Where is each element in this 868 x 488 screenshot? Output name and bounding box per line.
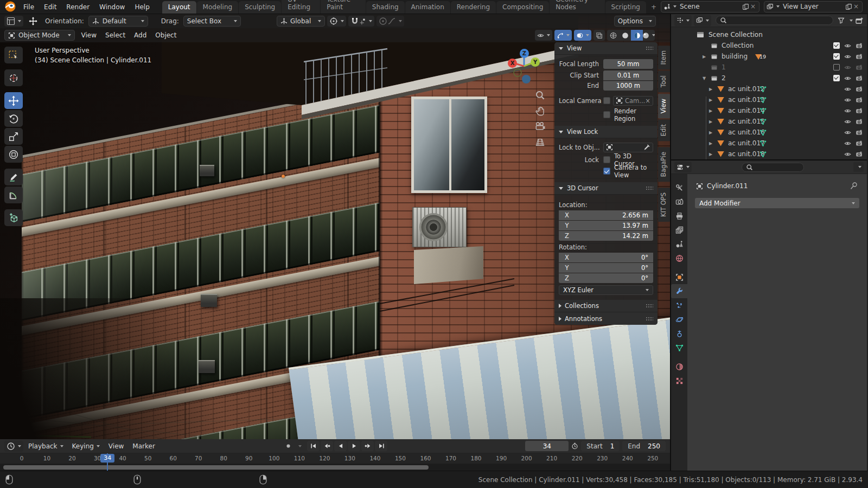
play-reverse-button[interactable]	[334, 441, 347, 451]
outliner-row[interactable]: ac unit.014	[671, 105, 867, 116]
cursor-rotation-field[interactable]: Y0°	[559, 263, 653, 273]
lock-to-3d-cursor-checkbox[interactable]	[603, 156, 610, 163]
camera-to-view-checkbox[interactable]	[603, 168, 610, 175]
local-camera-checkbox[interactable]	[603, 97, 610, 104]
outliner-root-row[interactable]: Scene Collection	[671, 29, 867, 40]
sidebar-tab[interactable]: View	[658, 94, 670, 118]
workspace-tab[interactable]: Compositing	[496, 1, 549, 14]
render-tab[interactable]	[671, 195, 687, 209]
frame-end-field[interactable]: End250	[622, 441, 666, 451]
disable-render-camera-icon[interactable]	[856, 53, 863, 60]
scale-tool[interactable]	[4, 128, 23, 145]
menubar-item[interactable]: Help	[130, 1, 154, 14]
xray-toggle[interactable]	[593, 30, 605, 41]
timeline-scrollbar[interactable]	[0, 464, 670, 471]
workspace-tab[interactable]: UV Editing	[282, 0, 320, 14]
sidebar-tab[interactable]: Tool	[658, 70, 670, 92]
jump-to-start-button[interactable]	[307, 441, 320, 451]
exclude-checkbox[interactable]	[833, 64, 840, 70]
expand-arrow-icon[interactable]	[709, 108, 717, 113]
world-tab[interactable]	[671, 251, 687, 265]
sidebar-tab[interactable]: Item	[658, 46, 670, 69]
perspective-toggle-icon[interactable]	[535, 137, 545, 147]
frame-start-field[interactable]: Start1	[581, 441, 620, 451]
local-camera-field[interactable]: Cam...×	[613, 96, 653, 106]
panel-grip[interactable]	[646, 46, 653, 50]
panel-grip[interactable]	[646, 304, 653, 308]
3d-viewport[interactable]: Orientation: Default Drag: Select Box Gl…	[0, 14, 670, 439]
scene-selector[interactable]: Scene ×	[661, 1, 760, 12]
panel-grip[interactable]	[646, 186, 653, 190]
cursor-location-field[interactable]: X2.656 m	[559, 210, 653, 220]
cursor-tool[interactable]	[4, 69, 23, 86]
gizmo-x-axis[interactable]: X	[508, 59, 517, 68]
disable-render-camera-icon[interactable]	[856, 64, 863, 71]
panel-grip[interactable]	[646, 317, 653, 321]
play-button[interactable]	[348, 441, 360, 451]
exclude-checkbox[interactable]	[833, 75, 840, 81]
transform-tool[interactable]	[4, 146, 23, 163]
hide-eye-icon[interactable]	[844, 86, 851, 93]
playback-menu[interactable]: Playback	[24, 442, 67, 450]
exclude-checkbox[interactable]	[833, 42, 840, 49]
physics-tab[interactable]	[671, 312, 687, 326]
outliner-row[interactable]: 2	[671, 73, 867, 84]
solid-shading-button[interactable]	[619, 30, 631, 41]
gizmos-toggle[interactable]	[554, 30, 572, 41]
viewport-menu-item[interactable]: Select	[101, 31, 130, 39]
proportional-editing-dropdown[interactable]	[376, 16, 404, 27]
outliner-row[interactable]: ac unit.012	[671, 84, 867, 94]
expand-arrow-icon[interactable]	[703, 76, 711, 81]
tool-tab[interactable]	[671, 181, 687, 195]
scene-tab[interactable]	[671, 237, 687, 251]
collections-panel-header[interactable]: Collections	[554, 300, 658, 312]
disable-render-camera-icon[interactable]	[856, 86, 863, 93]
new-view-layer-icon[interactable]	[845, 3, 852, 10]
expand-arrow-icon[interactable]	[709, 87, 717, 92]
properties-options-dropdown[interactable]	[853, 162, 864, 172]
menubar-item[interactable]: File	[18, 1, 39, 14]
disable-render-camera-icon[interactable]	[856, 118, 863, 125]
workspace-tab[interactable]: Scripting	[605, 1, 646, 14]
disable-render-camera-icon[interactable]	[856, 97, 863, 104]
3d-cursor-panel-header[interactable]: 3D Cursor	[554, 182, 658, 195]
expand-arrow-icon[interactable]	[703, 54, 711, 59]
view-lock-panel-header[interactable]: View Lock	[554, 126, 658, 138]
cursor-rotation-field[interactable]: Z0°	[559, 273, 653, 283]
pin-icon[interactable]	[850, 182, 858, 190]
rotation-mode-dropdown[interactable]: XYZ Euler	[559, 285, 653, 295]
measure-tool[interactable]	[4, 187, 23, 203]
add-modifier-dropdown[interactable]: Add Modifier	[695, 198, 859, 208]
expand-arrow-icon[interactable]	[709, 119, 717, 124]
outliner-row[interactable]: Collection	[671, 40, 867, 51]
cursor-location-field[interactable]: Z14.22 m	[559, 231, 653, 241]
workspace-tab[interactable]: Layout	[162, 1, 196, 14]
outliner-row[interactable]: ac unit.013	[671, 94, 867, 105]
annotate-tool[interactable]	[4, 169, 23, 185]
options-dropdown[interactable]: Options	[614, 16, 656, 27]
disable-render-camera-icon[interactable]	[856, 129, 863, 136]
viewport-menu-item[interactable]: Object	[151, 31, 181, 39]
new-collection-icon[interactable]	[855, 16, 864, 25]
view-panel-header[interactable]: View	[554, 42, 658, 55]
hide-eye-icon[interactable]	[844, 64, 851, 71]
hide-eye-icon[interactable]	[844, 118, 851, 125]
overlays-toggle[interactable]	[574, 30, 591, 41]
sidebar-tab[interactable]: Edit	[658, 119, 670, 141]
outliner-row[interactable]: ac unit.016	[671, 127, 867, 138]
disable-render-camera-icon[interactable]	[856, 140, 863, 147]
disable-render-camera-icon[interactable]	[856, 107, 863, 114]
lock-to-object-field[interactable]	[603, 143, 653, 152]
hide-eye-icon[interactable]	[844, 140, 851, 147]
hide-eye-icon[interactable]	[844, 129, 851, 136]
editor-type-selector[interactable]	[4, 16, 23, 27]
menubar-item[interactable]: Render	[61, 1, 94, 14]
show-object-types-dropdown[interactable]	[535, 30, 552, 41]
current-frame-field[interactable]: 34	[525, 441, 569, 451]
timeline-editor-selector[interactable]	[4, 441, 23, 452]
hide-eye-icon[interactable]	[844, 151, 851, 158]
object-tab[interactable]	[671, 270, 687, 284]
viewport-menu-item[interactable]: Add	[130, 31, 151, 39]
workspace-tab[interactable]: Rendering	[451, 1, 496, 14]
remove-view-layer-icon[interactable]: ×	[852, 3, 860, 10]
